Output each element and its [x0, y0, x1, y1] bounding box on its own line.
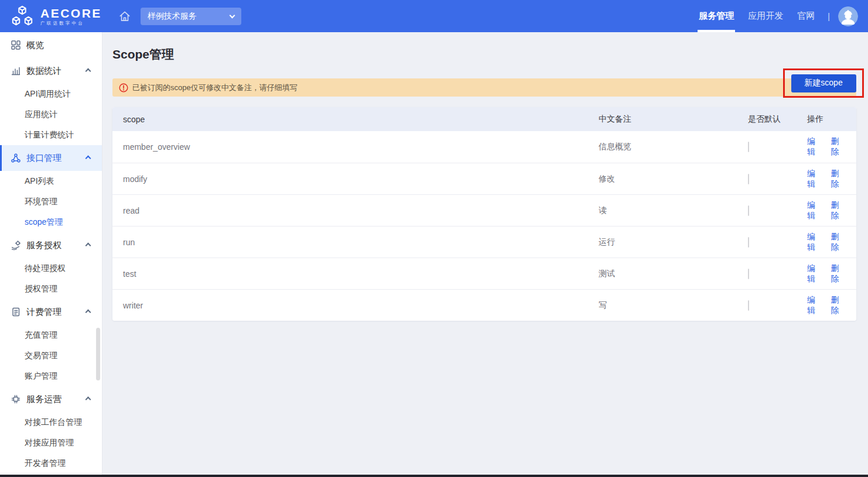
delete-link[interactable]: 删除	[831, 295, 846, 316]
col-remark: 中文备注	[599, 114, 748, 125]
sidebar-item-overview[interactable]: 概览	[0, 32, 102, 58]
chevron-up-icon[interactable]	[86, 396, 91, 402]
table-row: member_overview 信息概览 编辑 删除	[112, 131, 856, 163]
sidebar-item-service-ops[interactable]: 服务运营	[0, 386, 102, 412]
table-header: scope 中文备注 是否默认 操作	[112, 107, 856, 131]
chevron-up-icon[interactable]	[86, 68, 91, 74]
sidebar-subitem-scope管理[interactable]: scope管理	[0, 212, 102, 232]
scope-table: scope 中文备注 是否默认 操作 member_overview 信息概览 …	[112, 107, 856, 321]
edit-link[interactable]: 编辑	[807, 263, 822, 284]
default-checkbox[interactable]	[748, 142, 749, 152]
nav-service-management[interactable]: 服务管理	[692, 0, 741, 32]
table-row: test 测试 编辑 删除	[112, 258, 856, 289]
default-checkbox[interactable]	[748, 300, 749, 311]
sidebar-item-data-stats[interactable]: 数据统计	[0, 58, 102, 84]
sidebar-subitem-环境管理[interactable]: 环境管理	[0, 191, 102, 212]
chevron-down-icon	[229, 12, 235, 18]
home-icon[interactable]	[118, 10, 131, 23]
overview-icon	[11, 40, 21, 50]
sidebar-subitem-交易管理[interactable]: 交易管理	[0, 345, 102, 366]
delete-link[interactable]: 删除	[831, 169, 846, 190]
logo-title: AECORE	[40, 7, 102, 19]
brand-logo: AECORE 广联达数字中台	[9, 5, 102, 28]
sidebar-subitem-授权管理[interactable]: 授权管理	[0, 279, 102, 299]
default-checkbox[interactable]	[748, 237, 749, 248]
warning-text: 已被订阅的scope仅可修改中文备注，请仔细填写	[132, 83, 298, 93]
auth-icon	[11, 240, 21, 250]
edit-link[interactable]: 编辑	[807, 232, 822, 253]
sidebar-subitem-账户管理[interactable]: 账户管理	[0, 366, 102, 386]
chevron-up-icon[interactable]	[86, 309, 91, 315]
edit-link[interactable]: 编辑	[807, 295, 822, 316]
sidebar-item-service-auth[interactable]: 服务授权	[0, 232, 102, 258]
main-content: Scope管理 新建scope 已被订阅的scope仅可修改中文备注，请仔细填写…	[102, 32, 868, 477]
delete-link[interactable]: 删除	[831, 200, 846, 221]
service-selector-value: 样例技术服务	[148, 11, 230, 22]
sidebar-item-billing[interactable]: 计费管理	[0, 299, 102, 325]
chevron-up-icon[interactable]	[86, 155, 91, 161]
warning-banner: 已被订阅的scope仅可修改中文备注，请仔细填写	[112, 78, 856, 97]
topbar: AECORE 广联达数字中台 样例技术服务 服务管理 应用开发 官网 |	[0, 0, 868, 32]
edit-link[interactable]: 编辑	[807, 200, 822, 221]
col-default: 是否默认	[748, 114, 807, 125]
default-checkbox[interactable]	[748, 205, 749, 216]
nav-official-site[interactable]: 官网	[790, 0, 822, 32]
sidebar-subitem-对接工作台管理[interactable]: 对接工作台管理	[0, 412, 102, 433]
cube-logo-icon	[9, 5, 35, 28]
sidebar-item-api-mgmt[interactable]: 接口管理	[0, 145, 102, 171]
sidebar-subitem-API列表[interactable]: API列表	[0, 171, 102, 191]
api-icon	[11, 153, 21, 163]
stats-icon	[11, 66, 21, 76]
billing-icon	[11, 307, 21, 317]
table-row: read 读 编辑 删除	[112, 194, 856, 226]
annotation-highlight-box: 新建scope	[783, 68, 864, 98]
delete-link[interactable]: 删除	[831, 136, 846, 157]
col-scope: scope	[123, 115, 599, 124]
sidebar: 概览 数据统计 API调用统计 应用统计 计量计费统计 接口管理 API列表 环…	[0, 32, 102, 475]
page-title: Scope管理	[112, 46, 856, 63]
service-selector[interactable]: 样例技术服务	[141, 8, 241, 25]
chevron-up-icon[interactable]	[86, 242, 91, 248]
nav-app-development[interactable]: 应用开发	[741, 0, 790, 32]
sidebar-subitem-开发者管理[interactable]: 开发者管理	[0, 453, 102, 473]
table-row: run 运行 编辑 删除	[112, 226, 856, 258]
logo-subtitle: 广联达数字中台	[40, 21, 102, 26]
table-row: modify 修改 编辑 删除	[112, 163, 856, 194]
sidebar-subitem-计量计费统计[interactable]: 计量计费统计	[0, 125, 102, 145]
user-avatar[interactable]	[838, 6, 858, 26]
bottom-edge	[0, 475, 868, 477]
default-checkbox[interactable]	[748, 174, 749, 184]
edit-link[interactable]: 编辑	[807, 136, 822, 157]
sidebar-subitem-API调用统计[interactable]: API调用统计	[0, 84, 102, 104]
top-nav: 服务管理 应用开发 官网 |	[692, 0, 868, 32]
sidebar-subitem-对接应用管理[interactable]: 对接应用管理	[0, 433, 102, 453]
delete-link[interactable]: 删除	[831, 232, 846, 253]
sidebar-scrollbar-thumb[interactable]	[96, 328, 100, 380]
warning-icon	[119, 83, 128, 92]
sidebar-subitem-充值管理[interactable]: 充值管理	[0, 325, 102, 345]
default-checkbox[interactable]	[748, 269, 749, 279]
table-row: writer 写 编辑 删除	[112, 289, 856, 321]
sidebar-subitem-待处理授权[interactable]: 待处理授权	[0, 258, 102, 279]
new-scope-button[interactable]: 新建scope	[791, 74, 856, 92]
sidebar-subitem-应用统计[interactable]: 应用统计	[0, 104, 102, 125]
nav-separator: |	[828, 12, 830, 21]
delete-link[interactable]: 删除	[831, 263, 846, 284]
ops-icon	[11, 394, 21, 404]
col-actions: 操作	[807, 114, 846, 125]
edit-link[interactable]: 编辑	[807, 169, 822, 190]
